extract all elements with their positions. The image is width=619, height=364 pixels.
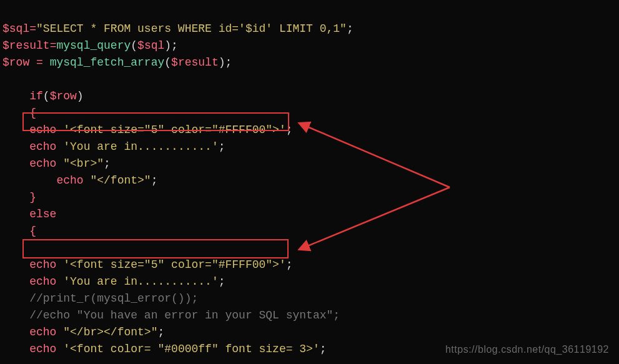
php-variable: $sql bbox=[2, 22, 29, 35]
php-variable: $result bbox=[171, 56, 219, 69]
string-literal: '<font size="5" color="#FFFF00">' bbox=[63, 258, 285, 271]
string-literal: "</br></font>" bbox=[63, 326, 157, 338]
operator-equals: = bbox=[29, 22, 36, 35]
keyword-if: if bbox=[29, 90, 43, 102]
keyword-echo: echo bbox=[29, 140, 56, 153]
comment-line: //print_r(mysql_error()); bbox=[29, 292, 198, 305]
keyword-echo: echo bbox=[29, 157, 56, 170]
operator-equals: = bbox=[50, 39, 57, 52]
string-literal: "<br>" bbox=[63, 157, 104, 170]
string-literal: '<font size="5" color="#FFFF00">' bbox=[63, 124, 285, 136]
paren-open: ( bbox=[164, 56, 171, 69]
string-literal: 'You are in...........' bbox=[63, 140, 218, 153]
semicolon: ; bbox=[151, 174, 158, 187]
semicolon: ; bbox=[157, 326, 164, 338]
paren-close: ) bbox=[77, 90, 84, 102]
paren-open: ( bbox=[43, 90, 50, 102]
keyword-echo: echo bbox=[29, 124, 56, 136]
brace-open: { bbox=[29, 225, 36, 237]
sql-string: "SELECT * FROM users WHERE id='$id' LIMI… bbox=[36, 22, 347, 35]
paren-close-semi: ); bbox=[164, 39, 178, 52]
semicolon: ; bbox=[104, 157, 111, 170]
keyword-echo: echo bbox=[29, 326, 56, 338]
semicolon: ; bbox=[219, 275, 225, 288]
php-variable: $result bbox=[2, 39, 50, 52]
string-literal: '<font color= "#0000ff" font size= 3>' bbox=[63, 343, 319, 355]
operator-equals: = bbox=[29, 56, 49, 69]
semicolon: ; bbox=[286, 124, 293, 136]
php-variable: $row bbox=[50, 90, 77, 102]
string-literal: 'You are in...........' bbox=[63, 275, 218, 288]
keyword-echo: echo bbox=[29, 343, 56, 355]
php-variable: $sql bbox=[137, 39, 164, 52]
function-call: mysql_query bbox=[56, 39, 131, 52]
semicolon: ; bbox=[286, 258, 293, 271]
brace-open: { bbox=[29, 107, 36, 119]
watermark-text: https://blog.csdn.net/qq_36119192 bbox=[445, 341, 609, 358]
keyword-echo: echo bbox=[29, 258, 56, 271]
keyword-else: else bbox=[29, 208, 56, 220]
comment-line: //echo "You have an error in your SQL sy… bbox=[29, 309, 340, 322]
semicolon: ; bbox=[347, 22, 354, 35]
keyword-echo: echo bbox=[56, 174, 83, 187]
semicolon: ; bbox=[219, 140, 225, 153]
semicolon: ; bbox=[320, 343, 327, 355]
function-call: mysql_fetch_array bbox=[50, 56, 165, 69]
paren-close-semi: ); bbox=[219, 56, 232, 69]
string-literal: "</font>" bbox=[90, 174, 151, 187]
paren-open: ( bbox=[131, 39, 137, 52]
keyword-echo: echo bbox=[29, 275, 56, 288]
code-block: $sql="SELECT * FROM users WHERE id='$id'… bbox=[0, 0, 619, 364]
brace-close: } bbox=[29, 191, 36, 204]
php-variable: $row bbox=[2, 56, 29, 69]
